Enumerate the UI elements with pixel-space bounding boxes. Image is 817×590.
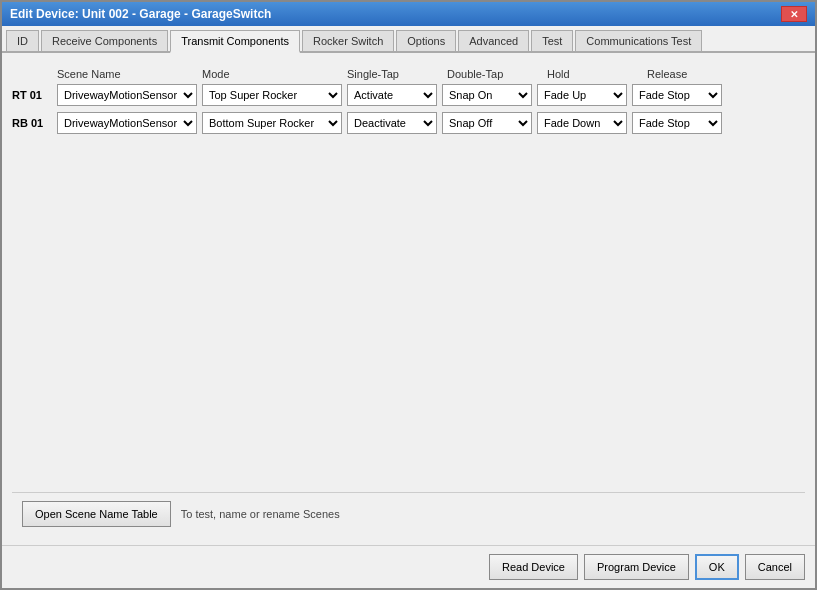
header-mode: Mode [202, 68, 347, 80]
scene-select-rt01[interactable]: DrivewayMotionSensor [57, 84, 197, 106]
double-tap-select-rb01[interactable]: Snap Off Snap On [442, 112, 532, 134]
scene-select-rb01[interactable]: DrivewayMotionSensor [57, 112, 197, 134]
open-scene-name-table-button[interactable]: Open Scene Name Table [22, 501, 171, 527]
tab-bar: ID Receive Components Transmit Component… [2, 26, 815, 53]
tab-advanced[interactable]: Advanced [458, 30, 529, 51]
mode-select-rt01[interactable]: Top Super Rocker Single Rocker [202, 84, 342, 106]
single-tap-select-rt01[interactable]: Activate Deactivate Toggle [347, 84, 437, 106]
tab-transmit-components[interactable]: Transmit Components [170, 30, 300, 53]
tab-communications-test[interactable]: Communications Test [575, 30, 702, 51]
mode-select-rb01[interactable]: Bottom Super Rocker Single Rocker [202, 112, 342, 134]
table-row-rb01: RB 01 DrivewayMotionSensor Bottom Super … [12, 112, 805, 134]
window-title: Edit Device: Unit 002 - Garage - GarageS… [10, 7, 271, 21]
single-tap-select-rb01[interactable]: Deactivate Activate Toggle [347, 112, 437, 134]
hold-select-rb01[interactable]: Fade Down Fade Up None [537, 112, 627, 134]
header-scene-name: Scene Name [57, 68, 202, 80]
release-select-rb01[interactable]: Fade Stop Stop None [632, 112, 722, 134]
row-label-rt01: RT 01 [12, 89, 57, 101]
hold-select-rt01[interactable]: Fade Up Fade Down None [537, 84, 627, 106]
program-device-button[interactable]: Program Device [584, 554, 689, 580]
bottom-bar: Open Scene Name Table To test, name or r… [12, 492, 805, 535]
tab-rocker-switch[interactable]: Rocker Switch [302, 30, 394, 51]
release-select-rt01[interactable]: Fade Stop Stop None [632, 84, 722, 106]
double-tap-select-rt01[interactable]: Snap On Snap Off [442, 84, 532, 106]
header-double-tap: Double-Tap [447, 68, 547, 80]
tab-test[interactable]: Test [531, 30, 573, 51]
content-area: Scene Name Mode Single-Tap Double-Tap Ho… [2, 53, 815, 545]
ok-button[interactable]: OK [695, 554, 739, 580]
cancel-button[interactable]: Cancel [745, 554, 805, 580]
main-window: Edit Device: Unit 002 - Garage - GarageS… [0, 0, 817, 590]
config-table: Scene Name Mode Single-Tap Double-Tap Ho… [12, 68, 805, 140]
tab-id[interactable]: ID [6, 30, 39, 51]
table-header-row: Scene Name Mode Single-Tap Double-Tap Ho… [12, 68, 805, 80]
tab-options[interactable]: Options [396, 30, 456, 51]
read-device-button[interactable]: Read Device [489, 554, 578, 580]
footer: Read Device Program Device OK Cancel [2, 545, 815, 588]
hint-text: To test, name or rename Scenes [181, 508, 340, 520]
close-button[interactable]: ✕ [781, 6, 807, 22]
title-bar: Edit Device: Unit 002 - Garage - GarageS… [2, 2, 815, 26]
header-release: Release [647, 68, 747, 80]
tab-receive-components[interactable]: Receive Components [41, 30, 168, 51]
header-single-tap: Single-Tap [347, 68, 447, 80]
row-label-rb01: RB 01 [12, 117, 57, 129]
table-row-rt01: RT 01 DrivewayMotionSensor Top Super Roc… [12, 84, 805, 106]
header-hold: Hold [547, 68, 647, 80]
